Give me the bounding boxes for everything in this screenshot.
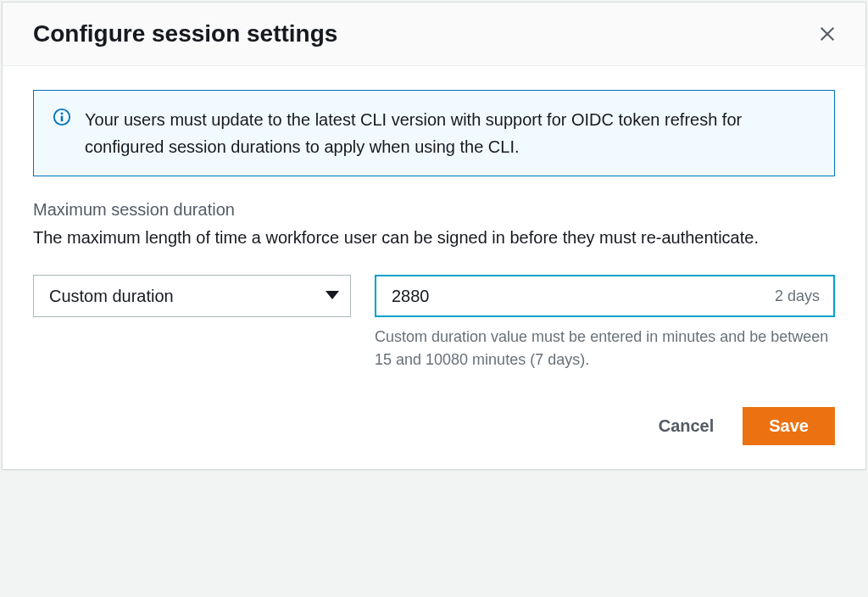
info-banner-text: Your users must update to the latest CLI… <box>85 106 815 160</box>
info-banner: Your users must update to the latest CLI… <box>33 90 835 176</box>
custom-duration-input[interactable] <box>375 275 835 317</box>
close-button[interactable] <box>813 20 842 48</box>
cancel-button[interactable]: Cancel <box>647 408 726 444</box>
configure-session-dialog: Configure session settings Your users mu… <box>2 2 866 470</box>
custom-duration-suffix: 2 days <box>775 287 820 305</box>
close-icon <box>818 25 837 43</box>
dialog-title: Configure session settings <box>33 20 337 47</box>
dialog-body: Your users must update to the latest CLI… <box>3 66 865 378</box>
max-session-duration-label: Maximum session duration <box>33 200 835 220</box>
svg-point-3 <box>61 112 64 114</box>
custom-duration-input-wrap: 2 days <box>375 275 835 317</box>
select-value: Custom duration <box>33 275 351 317</box>
controls-row: Custom duration 2 days Custom duration v… <box>33 275 835 371</box>
info-icon <box>53 108 71 130</box>
max-session-duration-description: The maximum length of time a workforce u… <box>33 225 835 251</box>
custom-duration-hint: Custom duration value must be entered in… <box>375 326 835 371</box>
dialog-footer: Cancel Save <box>3 378 865 469</box>
svg-rect-4 <box>61 116 64 121</box>
duration-preset-select[interactable]: Custom duration <box>33 275 351 317</box>
custom-duration-column: 2 days Custom duration value must be ent… <box>375 275 835 371</box>
save-button[interactable]: Save <box>743 407 835 445</box>
dialog-header: Configure session settings <box>3 3 865 66</box>
